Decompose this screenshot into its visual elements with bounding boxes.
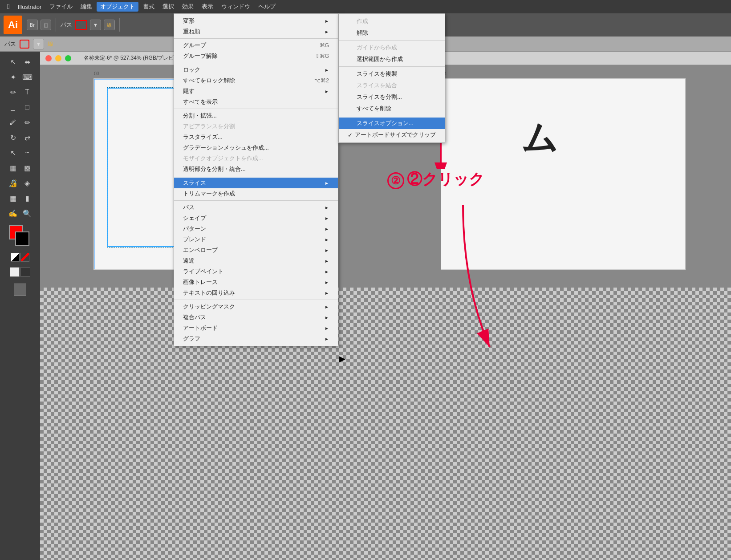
submenu-duplicate-slice[interactable]: スライスを複製 — [339, 68, 445, 80]
artboard-03-label: 03 — [94, 71, 99, 76]
menu-item-perspective[interactable]: 遠近 ► — [174, 256, 338, 266]
menu-item-artboard[interactable]: アートボード ► — [174, 323, 338, 333]
menubar-file[interactable]: ファイル — [46, 2, 76, 12]
zoom-tool[interactable]: 🔍 — [20, 207, 34, 220]
menu-item-text-wrap[interactable]: テキストの回り込み ► — [174, 288, 338, 298]
window-maximize-btn[interactable] — [65, 55, 71, 61]
submenu-create: 作成 — [339, 16, 445, 27]
menubar-illustrator[interactable]: Illustrator — [14, 3, 45, 11]
magic-wand-tool[interactable]: ✦ — [6, 70, 20, 84]
menu-item-envelope[interactable]: エンベロープ ► — [174, 245, 338, 256]
menu-item-live-paint[interactable]: ライブペイント ► — [174, 266, 338, 277]
warp-tool[interactable]: ~ — [20, 146, 34, 159]
menu-item-compound-path[interactable]: 複合パス ► — [174, 312, 338, 323]
default-colors-icon[interactable] — [20, 253, 29, 262]
window-minimize-btn[interactable] — [55, 55, 61, 61]
menu-divider-3 — [174, 109, 338, 109]
menubar-effect[interactable]: 効果 — [179, 2, 197, 12]
gradient-tool[interactable]: ▮ — [20, 191, 34, 205]
menubar-edit[interactable]: 編集 — [77, 2, 96, 12]
menu-divider-6 — [174, 300, 338, 300]
normal-view-icon[interactable] — [10, 267, 20, 277]
menu-item-flatten-transparency[interactable]: 透明部分を分割・統合... — [174, 164, 338, 174]
menu-item-hide[interactable]: 隠す ► — [174, 86, 338, 97]
menu-item-shape[interactable]: シェイプ ► — [174, 213, 338, 223]
menu-item-gradient-mesh[interactable]: グラデーションメッシュを作成... — [174, 142, 338, 153]
apple-menu[interactable]:  — [4, 2, 13, 12]
screen-mode-toggle[interactable] — [12, 281, 28, 298]
menu-item-path[interactable]: パス ► — [174, 202, 338, 213]
submenu-divide-slice[interactable]: スライスを分割... — [339, 91, 445, 103]
slice-submenu: 作成 解除 ガイドから作成 選択範囲から作成 スライスを複製 スライスを結合 ス… — [338, 13, 445, 143]
menu-item-ungroup[interactable]: グループ解除 ⇧⌘G — [174, 51, 338, 61]
menubar-window[interactable]: ウィンドウ — [218, 2, 254, 12]
menu-item-show-all[interactable]: すべてを表示 — [174, 97, 338, 107]
stroke-options-btn[interactable]: ▼ — [90, 20, 101, 30]
type-tool[interactable]: T — [20, 85, 34, 99]
submenu-release[interactable]: 解除 — [339, 27, 445, 39]
menubar-object[interactable]: オブジェクト — [97, 2, 138, 12]
reflect-tool[interactable]: ⇄ — [20, 131, 34, 144]
scale-tool[interactable]: ↖ — [6, 146, 20, 159]
blend-tool[interactable]: ◈ — [20, 176, 34, 190]
rotate-tool[interactable]: ↻ — [6, 131, 20, 144]
submenu-slice-options[interactable]: スライスオプション... — [339, 118, 445, 129]
lasso-tool[interactable]: ⌨ — [20, 70, 34, 84]
step2-arrow — [427, 205, 499, 365]
pencil-tool[interactable]: ✏ — [20, 116, 34, 129]
menu-item-mosaic: モザイクオブジェクトを作成... — [174, 153, 338, 164]
menubar-format[interactable]: 書式 — [139, 2, 158, 12]
toolbox: ↖ ⬌ ✦ ⌨ ✏ T ⎯ □ 🖉 ✏ ↻ ⇄ ↖ ~ ▦ ▩ 🔏 ◈ ▦ ▮ … — [0, 52, 40, 560]
line-tool[interactable]: ⎯ — [6, 101, 20, 114]
paintbrush-tool[interactable]: 🖉 — [6, 116, 20, 129]
menu-item-pattern[interactable]: パターン ► — [174, 223, 338, 234]
hand-tool[interactable]: ✍ — [6, 207, 20, 220]
menu-item-slice[interactable]: スライス ► — [174, 178, 338, 188]
menu-item-trim-marks[interactable]: トリムマークを作成 — [174, 188, 338, 199]
menu-item-graph[interactable]: グラフ ► — [174, 333, 338, 344]
shape-tool[interactable]: □ — [20, 101, 34, 114]
menu-item-expand[interactable]: 分割・拡張... — [174, 110, 338, 121]
stroke-swatch-ctrl[interactable] — [20, 40, 29, 49]
menubar-help[interactable]: ヘルプ — [255, 2, 279, 12]
stroke-line-label: 線 — [48, 40, 53, 48]
workspace-button[interactable]: ◫ — [41, 20, 51, 30]
menu-item-transform[interactable]: 変形 ► — [174, 16, 338, 26]
menu-item-expand-appearance: アピアランスを分割 — [174, 121, 338, 132]
stroke-width-btn[interactable]: 線 — [104, 20, 115, 30]
menu-item-image-trace[interactable]: 画像トレース ► — [174, 277, 338, 288]
menu-item-blend[interactable]: ブレンド ► — [174, 234, 338, 245]
menu-item-order[interactable]: 重ね順 ► — [174, 26, 338, 37]
menu-item-clipping-mask[interactable]: クリッピングマスク ► — [174, 301, 338, 312]
direct-selection-tool[interactable]: ⬌ — [20, 55, 34, 69]
step2-circle: ② — [387, 172, 404, 189]
stroke-color-btn[interactable] — [75, 20, 87, 30]
checkerboard-area — [40, 288, 731, 560]
selection-tool[interactable]: ↖ — [6, 55, 20, 69]
submenu-clip-artboard[interactable]: ✓ アートボードサイズでクリップ — [339, 129, 445, 141]
submenu-create-from-guide: ガイドから作成 — [339, 42, 445, 53]
color-boxes[interactable] — [9, 225, 31, 248]
menu-divider-2 — [174, 63, 338, 63]
stroke-color-box[interactable] — [15, 231, 29, 246]
menubar-select[interactable]: 選択 — [159, 2, 178, 12]
pen-tool[interactable]: ✏ — [6, 85, 20, 99]
menubar-view[interactable]: 表示 — [198, 2, 217, 12]
mesh-tool[interactable]: ▦ — [6, 191, 20, 205]
bridge-button[interactable]: Br — [27, 20, 38, 30]
cursor-pointer: ▶ — [339, 354, 345, 364]
submenu-create-from-selection[interactable]: 選択範囲から作成 — [339, 53, 445, 65]
free-transform-tool[interactable]: ▦ — [6, 161, 20, 174]
stroke-dropdown-ctrl[interactable]: ▼ — [33, 39, 44, 49]
swap-colors-icon[interactable] — [11, 253, 20, 262]
menu-item-rasterize[interactable]: ラスタライズ... — [174, 132, 338, 142]
menu-item-group[interactable]: グループ ⌘G — [174, 40, 338, 51]
toolbar-separator-2 — [119, 18, 120, 32]
menu-item-unlock-all[interactable]: すべてをロック解除 ⌥⌘2 — [174, 75, 338, 86]
eyedropper-tool[interactable]: 🔏 — [6, 176, 20, 190]
menu-item-lock[interactable]: ロック ► — [174, 65, 338, 75]
chart-tool[interactable]: ▩ — [20, 161, 34, 174]
fullscreen-icon[interactable] — [20, 267, 30, 277]
submenu-delete-all[interactable]: すべてを削除 — [339, 103, 445, 114]
window-close-btn[interactable] — [45, 55, 52, 61]
